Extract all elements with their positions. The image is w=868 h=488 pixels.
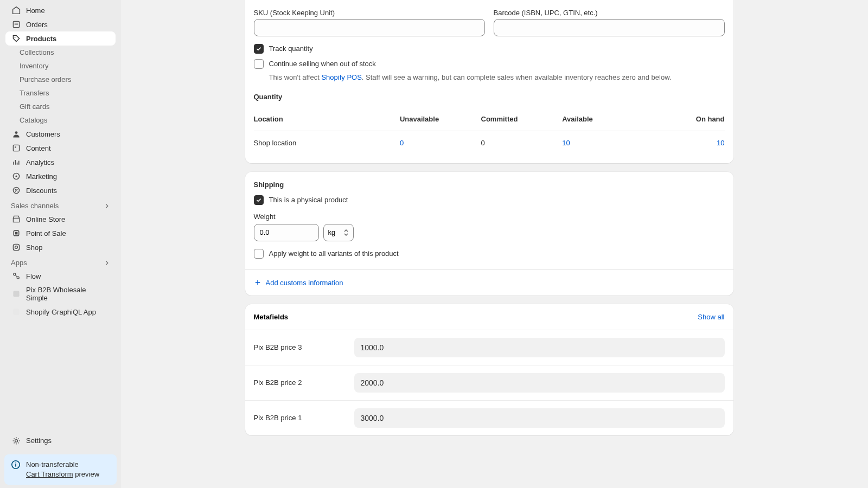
nav-settings[interactable]: Settings: [5, 434, 116, 448]
svg-point-16: [17, 277, 19, 279]
metafield-input[interactable]: [354, 373, 725, 393]
nav-products[interactable]: Products: [5, 31, 116, 46]
apply-weight-checkbox[interactable]: [254, 249, 264, 259]
nav-label: Discounts: [26, 187, 57, 195]
svg-rect-10: [13, 218, 19, 222]
svg-point-2: [15, 131, 18, 134]
svg-point-4: [15, 146, 16, 147]
metafield-label: Pix B2B price 3: [254, 343, 354, 351]
nav-label: Orders: [26, 21, 48, 29]
nav-discounts[interactable]: Discounts: [5, 183, 116, 197]
col-onhand: On hand: [643, 115, 725, 123]
nav-graphiql[interactable]: Shopify GraphiQL App: [5, 305, 116, 319]
help-text: This won't affect Shopify POS. Staff wil…: [269, 72, 725, 83]
physical-product-label: This is a physical product: [269, 195, 348, 205]
nav-customers[interactable]: Customers: [5, 127, 116, 141]
image-icon: [12, 144, 21, 152]
metafield-input[interactable]: [354, 338, 725, 357]
show-all-link[interactable]: Show all: [698, 313, 724, 321]
row-unavailable[interactable]: 0: [400, 139, 404, 147]
svg-point-9: [17, 191, 18, 192]
chevron-right-icon[interactable]: [104, 203, 110, 209]
nav-marketing[interactable]: Marketing: [5, 169, 116, 183]
orders-icon: [12, 20, 21, 29]
nav-label: Analytics: [26, 158, 54, 166]
select-icon: [343, 229, 349, 236]
nav-inventory[interactable]: Inventory: [5, 59, 116, 73]
shop-icon: [12, 243, 21, 252]
metafields-card: Metafields Show all Pix B2B price 3 Pix …: [245, 304, 733, 435]
track-quantity-checkbox[interactable]: [254, 44, 264, 54]
svg-point-6: [15, 175, 17, 177]
nav-online-store[interactable]: Online Store: [5, 212, 116, 226]
barcode-input[interactable]: [494, 19, 725, 36]
nav-pos[interactable]: Point of Sale: [5, 226, 116, 240]
metafields-title: Metafields: [254, 313, 289, 321]
row-onhand[interactable]: 10: [717, 139, 724, 147]
row-location: Shop location: [254, 139, 400, 147]
svg-point-8: [15, 189, 16, 190]
nav-label: Home: [26, 7, 45, 15]
add-customs-button[interactable]: Add customs information: [245, 270, 733, 296]
store-icon: [12, 215, 21, 223]
nav-label: Customers: [26, 130, 60, 138]
apply-weight-label: Apply weight to all variants of this pro…: [269, 249, 399, 259]
nav-gift-cards[interactable]: Gift cards: [5, 100, 116, 113]
metafield-label: Pix B2B price 1: [254, 414, 354, 422]
barcode-label: Barcode (ISBN, UPC, GTIN, etc.): [494, 9, 725, 17]
svg-point-21: [15, 463, 16, 464]
sales-channels-header: Sales channels: [0, 197, 121, 212]
weight-unit-select[interactable]: kg: [323, 224, 354, 241]
inventory-card: SKU (Stock Keeping Unit) Barcode (ISBN, …: [245, 0, 733, 163]
sidebar: Home Orders Products Collections Invento…: [0, 0, 121, 488]
plus-icon: [254, 279, 261, 286]
banner-line1: Non-transferable: [26, 460, 99, 470]
nav-content[interactable]: Content: [5, 141, 116, 155]
col-unavailable: Unavailable: [400, 115, 481, 123]
metafield-row: Pix B2B price 3: [245, 330, 733, 365]
chevron-right-icon[interactable]: [104, 260, 110, 266]
shopify-pos-link[interactable]: Shopify POS: [321, 73, 361, 81]
nav-catalogs[interactable]: Catalogs: [5, 113, 116, 127]
continue-selling-label: Continue selling when out of stock: [269, 59, 376, 69]
nav-transfers[interactable]: Transfers: [5, 86, 116, 100]
nav-collections[interactable]: Collections: [5, 46, 116, 59]
chart-icon: [12, 158, 21, 166]
flow-icon: [12, 272, 21, 280]
nav-pix[interactable]: Pix B2B Wholesale Simple: [5, 283, 116, 305]
nav-shop[interactable]: Shop: [5, 240, 116, 254]
svg-rect-22: [15, 464, 16, 467]
nav-analytics[interactable]: Analytics: [5, 155, 116, 169]
quantity-row: Shop location 0 0 10 10: [254, 131, 725, 155]
app-icon: [12, 290, 21, 298]
track-quantity-label: Track quantity: [269, 44, 313, 54]
row-available[interactable]: 10: [562, 139, 570, 147]
nav-purchase-orders[interactable]: Purchase orders: [5, 73, 116, 86]
nav-flow[interactable]: Flow: [5, 269, 116, 283]
pos-icon: [12, 229, 21, 237]
col-available: Available: [562, 115, 643, 123]
banner-link[interactable]: Cart Transform: [26, 470, 73, 478]
svg-rect-3: [13, 145, 19, 151]
svg-rect-13: [13, 244, 19, 250]
physical-product-checkbox[interactable]: [254, 195, 264, 205]
shipping-card: Shipping This is a physical product Weig…: [245, 172, 733, 296]
continue-selling-checkbox[interactable]: [254, 59, 264, 69]
svg-rect-12: [15, 232, 18, 235]
sku-label: SKU (Stock Keeping Unit): [254, 9, 485, 17]
nav-label: Content: [26, 144, 51, 152]
quantity-heading: Quantity: [254, 93, 725, 101]
nav-home[interactable]: Home: [5, 3, 116, 17]
nav-orders[interactable]: Orders: [5, 17, 116, 31]
main: SKU (Stock Keeping Unit) Barcode (ISBN, …: [121, 0, 868, 488]
metafield-input[interactable]: [354, 408, 725, 428]
person-icon: [12, 130, 21, 138]
shipping-title: Shipping: [254, 181, 725, 189]
metafield-row: Pix B2B price 1: [245, 400, 733, 435]
app-icon: [12, 307, 21, 316]
apps-header: Apps: [0, 254, 121, 269]
tag-icon: [12, 34, 21, 43]
weight-input[interactable]: [254, 224, 319, 241]
gear-icon: [12, 436, 21, 445]
sku-input[interactable]: [254, 19, 485, 36]
